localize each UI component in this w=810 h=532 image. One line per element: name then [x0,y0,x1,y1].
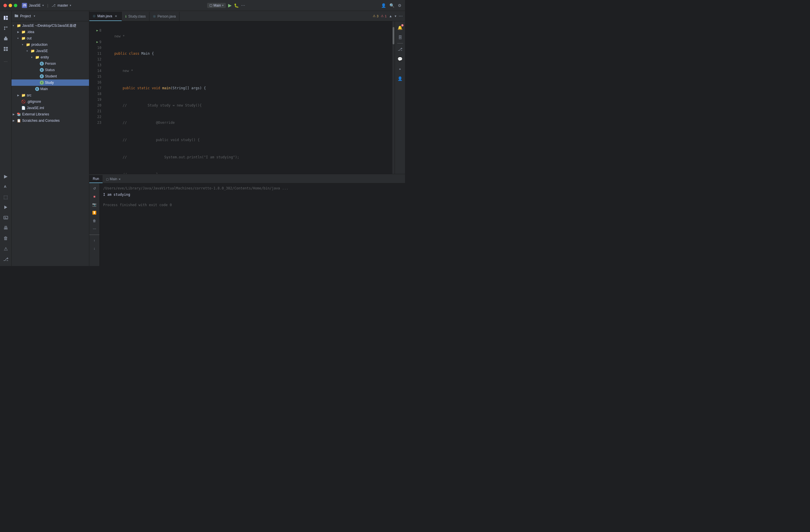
maximize-button[interactable] [14,4,17,7]
sidebar-item-warning[interactable]: ⚠ [1,244,10,253]
sidebar-item-project[interactable] [1,13,10,22]
tree-item-idea[interactable]: ▶ 📁 .idea [12,29,89,35]
tab-close-icon[interactable]: ✕ [114,14,118,18]
git-icon[interactable]: ⎇ [396,45,404,53]
debug-button[interactable]: 🐛 [234,3,239,8]
line-num-21: 21 [91,108,101,114]
project-panel-title: Project [20,14,31,18]
sidebar-item-packages[interactable] [1,34,10,43]
run-gutter-icon[interactable]: ▶ [97,28,98,33]
more-run-options[interactable]: ⋯ [241,3,245,8]
chevron-up-icon[interactable]: ▲ [389,14,392,18]
ai-icon[interactable]: ✦ [396,65,404,73]
run-config-name: Main [213,3,221,7]
sidebar-item-more[interactable]: ··· [1,57,10,66]
tree-item-gitignore[interactable]: 🚫 .gitignore [12,98,89,105]
run-config-selector[interactable]: ▢ Main ▾ [207,3,226,8]
sidebar-item-git[interactable]: ⎇ [1,254,10,264]
svg-rect-8 [4,38,7,40]
tree-item-study[interactable]: I Study [12,80,89,86]
svg-rect-0 [4,16,5,20]
warning-count: 3 [377,14,378,18]
class-icon: C [35,87,39,91]
project-selector[interactable]: JS JavaSE ▾ [22,3,44,8]
close-button[interactable] [3,4,7,7]
scroll-down-icon[interactable]: ↓ [91,245,98,252]
line-num-14: 14 [91,68,101,74]
run-tab-label: Run [93,177,99,181]
more-icon[interactable]: ⋯ [91,226,98,232]
scrollbar-thumb[interactable] [393,27,394,44]
code-content[interactable]: new * public class Main { new * public s… [104,21,392,174]
bottom-tab-main-run[interactable]: ▢ Main ✕ [102,175,124,183]
stop-icon[interactable]: ■ [91,193,98,200]
folder-icon: 📁 [31,49,35,53]
tabs-bar: ☉ Main.java ✕ ℹ Study.class ☉ Person.jav… [89,11,405,21]
title-bar-right: 👤 🔍 ⚙ [381,3,402,8]
search-icon[interactable]: 🔍 [389,3,394,8]
tree-item-iml[interactable]: 📄 JavaSE.iml [12,105,89,111]
sidebar-item-print[interactable]: 🖶 [1,223,10,233]
warnings-badge: ⚠ 3 [373,14,378,18]
bottom-tabs: Run ▢ Main ✕ [89,174,405,183]
tree-item-scratches[interactable]: ▶ 📋 Scratches and Consoles [12,117,89,124]
notifications-icon[interactable]: 🔔 1 [396,23,404,32]
line-num-8: ▶ 8 [91,28,101,33]
folder-icon: 📚 [17,112,21,116]
project-avatar: JS [22,3,27,8]
tree-item-status[interactable]: C Status [12,67,89,73]
sidebar-item-build[interactable] [1,182,10,191]
branch-selector[interactable]: ⎇ master ▾ [52,3,71,7]
line-numbers: ▶ 8 ▶ 9 10 11 12 13 14 15 16 17 [89,21,104,174]
camera-icon[interactable]: 📷 [91,201,98,208]
sidebar-item-run2[interactable] [1,203,10,212]
chat-icon[interactable]: 💬 [396,55,404,63]
project-panel: Project ▾ ▾ 📁 JavaSE ~/Desktop/CS/JavaSE… [12,11,89,266]
svg-marker-13 [4,205,7,209]
tree-item-entity[interactable]: ▾ 📁 entity [12,54,89,61]
tree-item-javase-sub[interactable]: ▾ 📁 JavaSE [12,48,89,54]
traffic-lights [3,4,17,7]
settings-icon[interactable]: ⚙ [398,3,402,8]
svg-point-4 [6,27,7,28]
window-small-icon: ▢ [106,178,109,181]
tree-label: .idea [27,30,34,34]
sidebar-item-output[interactable] [1,213,10,222]
minimize-button[interactable] [9,4,12,7]
svg-rect-14 [4,216,8,219]
bottom-tab-run[interactable]: Run [89,175,102,183]
bottom-content: ↺ ■ 📷 ⏬ 🗑 ⋯ ↑ ↓ [89,183,405,266]
tree-item-src[interactable]: ▶ 📁 src [12,92,89,98]
tree-item-javase-root[interactable]: ▾ 📁 JavaSE ~/Desktop/CS/JavaSE基礎 [12,22,89,29]
clear-icon[interactable]: 🗑 [91,217,98,224]
run-button[interactable]: ▶ [228,3,231,8]
tab-study-class[interactable]: ℹ Study.class [122,12,149,21]
profile-icon[interactable]: 👤 [396,74,404,83]
sidebar-item-run[interactable]: ▶ [1,171,10,181]
scroll-arrows: ↑ ↓ [91,237,98,252]
scroll-up-icon[interactable]: ↑ [91,237,98,244]
tree-item-person[interactable]: C Person [12,61,89,67]
sidebar-item-terminal[interactable]: ⬚ [1,192,10,201]
scroll-to-end-icon[interactable]: ⏬ [91,209,98,216]
tab-close-icon[interactable]: ✕ [118,178,121,181]
line-num-13: 13 [91,62,101,68]
tab-main-java[interactable]: ☉ Main.java ✕ [89,12,122,21]
chevron-down-icon[interactable]: ▾ [395,14,396,18]
sidebar-item-delete[interactable]: 🗑 [1,234,10,243]
tree-item-out[interactable]: ▾ 📁 out [12,35,89,41]
sidebar-item-plugins[interactable] [1,44,10,53]
rerun-icon[interactable]: ↺ [91,185,98,192]
sidebar-item-vcs[interactable] [1,23,10,33]
tree-item-student[interactable]: C Student [12,73,89,80]
tree-item-main-class[interactable]: C Main [12,86,89,92]
tree-item-external-libs[interactable]: ▶ 📚 External Libraries [12,111,89,117]
account-icon[interactable]: 👤 [381,3,386,8]
vertical-scrollbar[interactable] [392,21,395,174]
database-icon[interactable]: 🗄 [396,33,404,41]
run-gutter-icon[interactable]: ▶ [97,39,98,45]
tree-label: Scratches and Consoles [22,119,60,123]
tab-person-java[interactable]: ☉ Person.java [149,12,179,21]
more-actions-icon[interactable]: ⋯ [399,14,403,18]
tree-item-production[interactable]: ▾ 📁 production [12,41,89,48]
